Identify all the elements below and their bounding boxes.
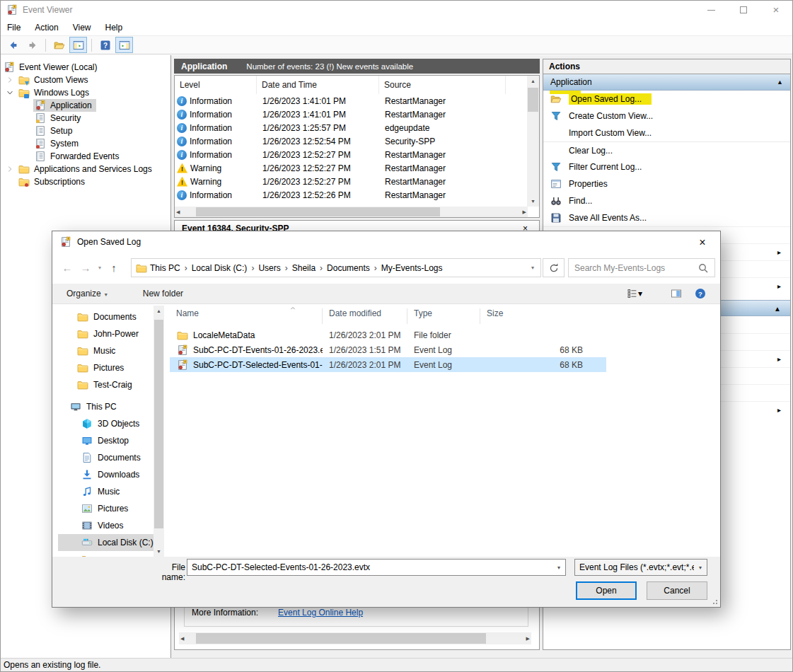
action-properties[interactable]: Properties [543,175,790,192]
nav-item-music[interactable]: Music [52,342,164,359]
scroll-down-icon[interactable]: ▼ [154,546,164,557]
nav-back-icon[interactable]: ← [58,262,76,274]
new-folder-button[interactable]: New folder [143,289,183,299]
nav-item-music-pc[interactable]: Music [52,483,164,500]
column-header-type[interactable]: Type [407,308,480,324]
maximize-button[interactable] [727,1,760,19]
tree-item-subscriptions[interactable]: Subscriptions [1,175,170,188]
tree-item-custom-views[interactable]: Custom Views [1,74,170,86]
scroll-up-icon[interactable]: ▲ [527,76,539,86]
menu-help[interactable]: Help [105,23,123,33]
dialog-help-button[interactable] [695,288,706,299]
search-input[interactable] [569,262,698,274]
open-button[interactable]: Open [576,581,637,600]
address-dropdown-icon[interactable]: ▾ [531,265,534,271]
tree-item-system[interactable]: System [1,137,170,150]
file-name-combo[interactable]: ▾ [187,559,566,576]
breadcrumb-my-events-logs[interactable]: My-Events-Logs [381,263,443,273]
minimize-button[interactable] [695,1,727,19]
column-header-source[interactable]: Source [379,76,506,94]
help-toolbar-button[interactable] [96,37,114,53]
scroll-left-icon[interactable]: ◀ [176,207,180,217]
nav-item-pictures[interactable]: Pictures [52,359,164,376]
chevron-right-icon[interactable] [6,76,14,84]
scroll-up-icon[interactable]: ▲ [154,306,164,316]
action-find[interactable]: Find... [543,192,790,209]
action-open-saved-log[interactable]: Open Saved Log... [543,91,790,108]
tree-item-windows-logs[interactable]: Windows Logs [1,86,170,99]
tree-root-event-viewer-local[interactable]: Event Viewer (Local) [1,61,170,74]
action-import-custom-view[interactable]: Import Custom View... [543,124,790,141]
nav-up-icon[interactable]: ↑ [105,262,123,274]
nav-item-local-disk-c[interactable]: Local Disk (C:) [58,534,159,551]
event-row[interactable]: Information1/26/2023 1:25:57 PMedgeupdat… [175,121,527,134]
collapse-section-icon[interactable]: ▲ [774,305,781,313]
show-action-pane-button[interactable] [115,37,133,53]
view-mode-button[interactable]: ▾ [627,288,642,299]
dialog-close-button[interactable]: × [692,235,713,250]
file-type-select[interactable]: Event Log Files (*.evtx;*.evt;*.et ▾ [574,559,707,576]
file-row-events-evtx[interactable]: SubC-PC-DT-Events-01-26-2023.evtx 1/26/2… [170,342,606,357]
show-console-tree-button[interactable] [69,37,87,53]
nav-item-documents-pc[interactable]: Documents [52,449,164,466]
breadcrumb-bar[interactable]: This PC› Local Disk (C:)› Users› Sheila›… [131,258,541,277]
events-horizontal-scrollbar[interactable]: ◀ ▶ [175,207,528,217]
nav-history-dropdown-icon[interactable]: ▾ [95,265,105,271]
nav-item-downloads[interactable]: Downloads [52,466,164,483]
nav-item-videos[interactable]: Videos [52,517,164,534]
preview-pane-button[interactable] [671,288,682,299]
file-row-selected-events-evtx[interactable]: SubC-PC-DT-Selected-Events-01-26-2023...… [170,357,606,372]
tree-item-application[interactable]: Application [1,99,170,112]
menu-view[interactable]: View [73,23,91,33]
event-row[interactable]: Information1/26/2023 1:41:01 PMRestartMa… [175,94,527,108]
collapse-section-icon[interactable]: ▲ [777,79,783,86]
nav-item-desktop[interactable]: Desktop [52,432,164,449]
nav-item-john-power[interactable]: John-Power [52,325,164,342]
close-button[interactable]: × [760,1,792,19]
scrollbar-thumb[interactable] [196,207,440,216]
menu-file[interactable]: File [7,23,21,33]
back-button[interactable] [4,37,22,53]
organize-button[interactable]: Organize▾ [66,289,108,299]
nav-scrollbar[interactable]: ▲ ▼ [154,306,164,557]
preview-horizontal-scrollbar[interactable]: ◀ ▶ [179,632,531,644]
scroll-right-icon[interactable]: ▶ [526,633,530,644]
column-header-level[interactable]: Level [175,76,257,94]
event-row[interactable]: Information1/26/2023 1:41:01 PMRestartMa… [175,108,527,121]
breadcrumb-documents[interactable]: Documents [327,263,370,273]
tree-item-setup[interactable]: Setup [1,124,170,137]
event-row[interactable]: Information1/26/2023 12:52:54 PMSecurity… [175,134,527,148]
action-clear-log[interactable]: Clear Log... [543,141,790,158]
event-row[interactable]: Warning1/26/2023 12:52:27 PMRestartManag… [175,161,527,175]
file-name-input[interactable] [187,562,552,573]
nav-item-3d-objects[interactable]: 3D Objects [52,415,164,432]
actions-section-application[interactable]: Application ▲ [543,74,790,91]
action-save-all-events-as[interactable]: Save All Events As... [543,209,790,226]
column-header-datetime[interactable]: Date and Time [257,76,379,94]
chevron-down-icon[interactable] [6,88,14,97]
events-vertical-scrollbar[interactable]: ▲ ▼ [527,76,539,207]
dropdown-icon[interactable]: ▾ [552,564,565,571]
column-header-name[interactable]: Name [170,308,323,324]
file-row-localemetadata[interactable]: LocaleMetaData 1/26/2023 2:01 PM File fo… [170,328,606,342]
tree-item-security[interactable]: Security [1,112,170,124]
event-row[interactable]: Information1/26/2023 12:52:27 PMRestartM… [175,148,527,161]
column-header-date-modified[interactable]: Date modified [323,308,407,324]
chevron-right-icon[interactable] [6,165,14,173]
search-box[interactable] [568,258,715,277]
action-create-custom-view[interactable]: Create Custom View... [543,108,790,124]
tree-item-forwarded-events[interactable]: Forwarded Events [1,150,170,163]
menu-action[interactable]: Action [35,23,58,33]
breadcrumb-users[interactable]: Users [258,263,280,273]
action-filter-current-log[interactable]: Filter Current Log... [543,158,790,175]
scrollbar-thumb[interactable] [196,633,486,644]
nav-item-pictures-pc[interactable]: Pictures [52,500,164,517]
nav-item-documents[interactable]: Documents [52,308,164,325]
column-header-size[interactable]: Size [480,308,602,324]
scrollbar-thumb[interactable] [528,88,538,112]
event-row[interactable]: Warning1/26/2023 12:52:27 PMRestartManag… [175,175,527,188]
nav-item-test-craig[interactable]: Test-Craig [52,376,164,393]
forward-button[interactable] [23,37,41,53]
resize-grip[interactable] [712,599,718,605]
tree-item-applications-and-services-logs[interactable]: Applications and Services Logs [1,163,170,175]
